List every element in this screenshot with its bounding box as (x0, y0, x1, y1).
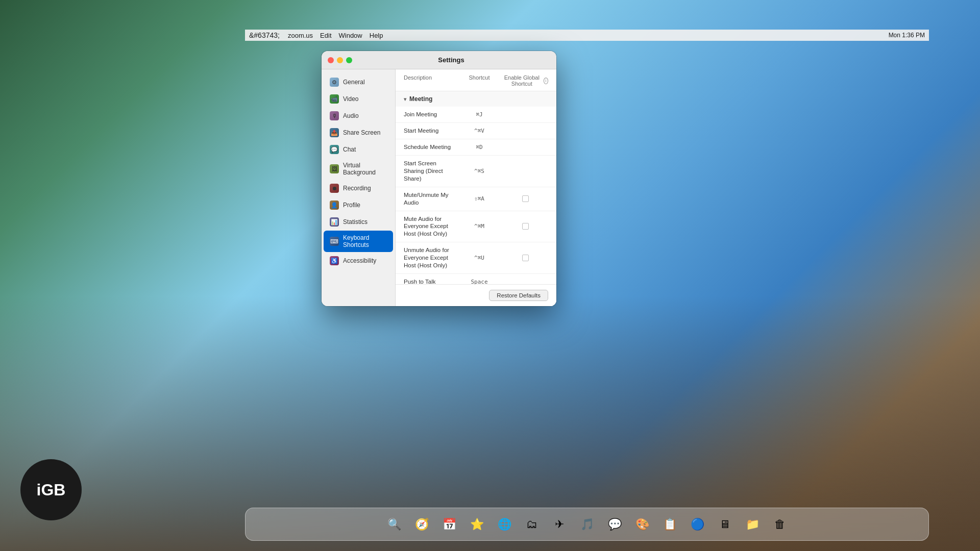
sidebar-item-profile[interactable]: 👤 Profile (324, 197, 393, 213)
shortcut-key-join-meeting: ⌘J (456, 111, 502, 118)
header-description: Description (404, 74, 456, 87)
shortcut-desc-mute-everyone: Mute Audio for Everyone Except Host (Hos… (404, 215, 456, 238)
section-label-meeting: Meeting (409, 95, 432, 103)
sidebar-item-accessibility[interactable]: ♿ Accessibility (324, 253, 393, 269)
sidebar-item-audio[interactable]: 🎙 Audio (324, 108, 393, 124)
shortcut-desc-screen-sharing: Start Screen Sharing (Direct Share) (404, 160, 456, 183)
sidebar-item-chat[interactable]: 💬 Chat (324, 141, 393, 158)
apple-menu-icon[interactable]: &#63743; (249, 31, 280, 39)
video-icon: 📹 (330, 94, 339, 104)
dock-item-calendar[interactable]: 📅 (437, 512, 461, 537)
shortcut-desc-schedule-meeting: Schedule Meeting (404, 143, 456, 151)
menubar-time: Mon 1:36 PM (889, 32, 925, 39)
share-screen-icon: 📤 (330, 128, 339, 137)
dock-item-chrome[interactable]: 🌐 (492, 512, 517, 537)
minimize-button[interactable] (337, 57, 343, 63)
menubar-edit[interactable]: Edit (320, 32, 331, 39)
shortcut-row-join-meeting: Join Meeting ⌘J (396, 107, 556, 123)
traffic-lights (328, 57, 352, 63)
chevron-down-icon: ▾ (404, 96, 406, 102)
global-shortcut-info-icon[interactable]: i (544, 78, 548, 84)
shortcut-key-start-meeting: ^⌘V (456, 128, 502, 134)
shortcut-row-push-to-talk: Push to Talk Space (396, 274, 556, 284)
menubar: &#63743; zoom.us Edit Window Help Mon 1:… (245, 30, 929, 41)
sidebar-label-audio: Audio (343, 112, 359, 119)
keyboard-shortcuts-icon: ⌨ (330, 237, 339, 246)
shortcuts-list: ▾ Meeting Join Meeting ⌘J Start Meeting … (396, 91, 556, 284)
sidebar-item-video[interactable]: 📹 Video (324, 91, 393, 107)
sidebar-label-general: General (343, 79, 365, 86)
sidebar-item-recording[interactable]: ⏺ Recording (324, 180, 393, 196)
shortcut-global-mute-everyone[interactable] (502, 223, 548, 230)
sidebar-item-keyboard-shortcuts[interactable]: ⌨ Keyboard Shortcuts (324, 231, 393, 252)
general-icon: ⚙ (330, 78, 339, 87)
accessibility-icon: ♿ (330, 256, 339, 265)
sidebar-label-video: Video (343, 95, 358, 103)
igb-logo-text: iGB (37, 481, 66, 499)
statistics-icon: 📊 (330, 217, 339, 227)
shortcut-row-mute-audio: Mute/Unmute My Audio ⇧⌘A (396, 187, 556, 211)
shortcut-key-mute-audio: ⇧⌘A (456, 195, 502, 202)
shortcut-key-screen-sharing: ^⌘S (456, 168, 502, 174)
shortcut-desc-start-meeting: Start Meeting (404, 127, 456, 135)
sidebar-label-share-screen: Share Screen (343, 129, 380, 136)
sidebar-label-accessibility: Accessibility (343, 257, 376, 264)
shortcut-key-schedule-meeting: ⌘D (456, 144, 502, 151)
shortcut-row-start-meeting: Start Meeting ^⌘V (396, 123, 556, 139)
sidebar-item-general[interactable]: ⚙ General (324, 74, 393, 90)
sidebar-label-statistics: Statistics (343, 218, 368, 226)
shortcut-key-mute-everyone: ^⌘M (456, 223, 502, 230)
shortcut-row-unmute-everyone: Unmute Audio for Everyone Except Host (H… (396, 242, 556, 274)
menubar-help[interactable]: Help (370, 32, 383, 39)
dock-item-slack[interactable]: 💬 (602, 512, 627, 537)
dock-item-safari[interactable]: 🧭 (409, 512, 434, 537)
shortcut-row-mute-everyone: Mute Audio for Everyone Except Host (Hos… (396, 211, 556, 243)
shortcut-desc-mute-audio: Mute/Unmute My Audio (404, 191, 456, 207)
window-title: Settings (352, 56, 550, 64)
shortcut-global-mute-audio[interactable] (502, 195, 548, 202)
window-body: ⚙ General 📹 Video 🎙 Audio 📤 Share Screen… (322, 69, 556, 306)
dock-item-music[interactable]: 🎵 (575, 512, 599, 537)
sidebar-label-keyboard-shortcuts: Keyboard Shortcuts (343, 234, 387, 248)
sidebar-item-share-screen[interactable]: 📤 Share Screen (324, 124, 393, 141)
dock: 🔍 🧭 📅 ⭐ 🌐 🗂 ✈ 🎵 💬 🎨 📋 🔵 🖥 📁 🗑 (245, 508, 929, 541)
dock-item-finder[interactable]: 🔍 (382, 512, 406, 537)
shortcut-desc-join-meeting: Join Meeting (404, 111, 456, 118)
section-header-meeting[interactable]: ▾ Meeting (396, 91, 556, 107)
shortcut-row-schedule-meeting: Schedule Meeting ⌘D (396, 139, 556, 156)
maximize-button[interactable] (346, 57, 352, 63)
close-button[interactable] (328, 57, 334, 63)
dock-item-scripts[interactable]: ⭐ (464, 512, 489, 537)
dock-item-sketch[interactable]: 🎨 (630, 512, 654, 537)
shortcut-global-unmute-everyone[interactable] (502, 255, 548, 261)
window-footer: Restore Defaults (396, 284, 556, 306)
content-header: Description Shortcut Enable Global Short… (396, 69, 556, 91)
menubar-window[interactable]: Window (339, 32, 362, 39)
shortcut-key-push-to-talk: Space (456, 279, 502, 284)
header-global-shortcut: Enable Global Shortcut i (502, 74, 548, 87)
header-shortcut: Shortcut (456, 74, 502, 87)
dock-item-files[interactable]: 🗂 (520, 512, 544, 537)
audio-icon: 🎙 (330, 111, 339, 120)
shortcut-row-screen-sharing: Start Screen Sharing (Direct Share) ^⌘S (396, 156, 556, 187)
shortcut-desc-unmute-everyone: Unmute Audio for Everyone Except Host (H… (404, 246, 456, 269)
profile-icon: 👤 (330, 201, 339, 210)
dock-item-zoom[interactable]: 🔵 (685, 512, 709, 537)
dock-item-system-prefs[interactable]: 🖥 (713, 512, 737, 537)
checkbox-mute-everyone[interactable] (522, 223, 529, 230)
dock-item-mail[interactable]: ✈ (547, 512, 572, 537)
dock-item-notes[interactable]: 📋 (657, 512, 682, 537)
checkbox-unmute-everyone[interactable] (522, 255, 529, 261)
chat-icon: 💬 (330, 145, 339, 154)
dock-item-folder[interactable]: 📁 (740, 512, 765, 537)
sidebar: ⚙ General 📹 Video 🎙 Audio 📤 Share Screen… (322, 69, 396, 306)
shortcut-desc-push-to-talk: Push to Talk (404, 278, 456, 284)
restore-defaults-button[interactable]: Restore Defaults (489, 290, 548, 301)
menubar-app-name[interactable]: zoom.us (288, 32, 313, 39)
sidebar-item-virtual-background[interactable]: 🖼 Virtual Background (324, 158, 393, 180)
sidebar-item-statistics[interactable]: 📊 Statistics (324, 214, 393, 230)
dock-item-trash[interactable]: 🗑 (768, 512, 792, 537)
checkbox-mute-audio[interactable] (522, 195, 529, 202)
sidebar-label-virtual-background: Virtual Background (343, 162, 387, 176)
recording-icon: ⏺ (330, 184, 339, 193)
